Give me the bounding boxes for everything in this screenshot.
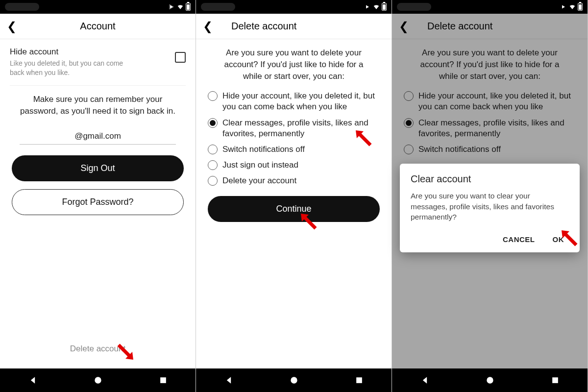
content: Hide account Like you deleted it, but yo… [0, 39, 196, 368]
wifi-icon [373, 3, 380, 10]
nav-home-icon[interactable] [289, 375, 299, 385]
dialog-actions: CANCEL OK [411, 231, 569, 247]
status-icons [168, 3, 191, 11]
nav-back-icon[interactable] [224, 375, 234, 385]
status-pill [201, 3, 235, 11]
radio-icon [208, 176, 218, 186]
content: Are you sure you want to delete your acc… [196, 39, 392, 368]
svg-rect-1 [160, 377, 166, 383]
nav-recent-icon[interactable] [158, 375, 168, 385]
network-icon [364, 3, 371, 10]
nav-bar [392, 368, 588, 392]
options-list: Hide your account, like you deleted it, … [206, 91, 382, 196]
nav-bar [196, 368, 392, 392]
nav-recent-icon[interactable] [354, 375, 364, 385]
svg-point-0 [95, 377, 101, 383]
option-label: Just sign out instead [222, 160, 298, 171]
nav-recent-icon[interactable] [550, 375, 560, 385]
option-label: Clear messages, profile visits, likes an… [222, 118, 380, 139]
ok-button[interactable]: OK [551, 231, 566, 247]
page-title: Account [80, 21, 115, 32]
option-delete-account[interactable]: Delete your account [208, 175, 380, 186]
hide-account-checkbox[interactable] [175, 52, 186, 63]
clear-account-dialog: Clear account Are you sure you want to c… [400, 164, 580, 252]
wifi-icon [177, 3, 184, 10]
back-button[interactable]: ❮ [203, 20, 213, 33]
option-label: Delete your account [222, 175, 296, 186]
option-notifications-off[interactable]: Switch notifications off [208, 144, 380, 155]
password-notice: Make sure you can remember your password… [10, 86, 186, 122]
screen-3-clear-dialog: ❮ Delete account Are you sure you want t… [392, 0, 588, 392]
hide-account-subtitle: Like you deleted it, but you can come ba… [10, 59, 137, 77]
hide-account-row[interactable]: Hide account Like you deleted it, but yo… [10, 47, 186, 86]
radio-icon [208, 160, 218, 170]
option-sign-out[interactable]: Just sign out instead [208, 160, 380, 171]
nav-bar [0, 368, 196, 392]
status-bar [392, 0, 588, 14]
back-button[interactable]: ❮ [7, 20, 17, 33]
forgot-password-button[interactable]: Forgot Password? [12, 189, 184, 215]
svg-rect-3 [356, 377, 362, 383]
radio-icon [208, 118, 218, 128]
header: ❮ Delete account [196, 14, 392, 39]
status-bar [0, 0, 196, 14]
delete-account-link[interactable]: Delete account [0, 344, 196, 354]
nav-home-icon[interactable] [93, 375, 103, 385]
status-icons [560, 3, 583, 11]
screen-1-account: ❮ Account Hide account Like you deleted … [0, 0, 196, 392]
continue-button[interactable]: Continue [208, 196, 380, 222]
network-icon [560, 3, 567, 10]
nav-home-icon[interactable] [485, 375, 495, 385]
dialog-text: Are you sure you want to clear your mess… [411, 191, 569, 222]
screen-2-delete-account: ❮ Delete account Are you sure you want t… [196, 0, 392, 392]
battery-icon [186, 3, 191, 11]
status-bar [196, 0, 392, 14]
dialog-title: Clear account [411, 173, 569, 185]
wifi-icon [569, 3, 576, 10]
radio-icon [208, 91, 218, 101]
option-label: Switch notifications off [222, 144, 305, 155]
status-icons [364, 3, 387, 11]
email-display: @gmail.com [20, 131, 176, 145]
svg-rect-5 [552, 377, 558, 383]
option-clear-messages[interactable]: Clear messages, profile visits, likes an… [208, 118, 380, 139]
svg-point-2 [291, 377, 297, 383]
svg-point-4 [487, 377, 493, 383]
nav-back-icon[interactable] [28, 375, 38, 385]
hide-account-title: Hide account [10, 47, 137, 57]
option-label: Hide your account, like you deleted it, … [222, 91, 380, 112]
cancel-button[interactable]: CANCEL [501, 231, 537, 247]
battery-icon [578, 3, 583, 11]
nav-back-icon[interactable] [420, 375, 430, 385]
status-pill [397, 3, 431, 11]
header: ❮ Account [0, 14, 196, 39]
page-title: Delete account [231, 21, 296, 32]
status-pill [5, 3, 39, 11]
sign-out-button[interactable]: Sign Out [12, 155, 184, 181]
delete-prompt: Are you sure you want to delete your acc… [206, 47, 382, 91]
radio-icon [208, 145, 218, 154]
option-hide-account[interactable]: Hide your account, like you deleted it, … [208, 91, 380, 112]
battery-icon [382, 3, 387, 11]
network-icon [168, 3, 175, 10]
